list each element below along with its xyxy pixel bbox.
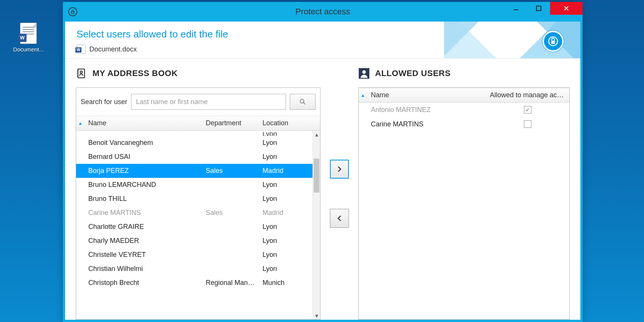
cell-location: Lyon <box>259 262 320 276</box>
client-area: Select users allowed to edit the file Do… <box>65 22 580 320</box>
scroll-thumb[interactable] <box>314 159 319 193</box>
column-name[interactable]: Name <box>84 116 202 130</box>
app-lock-icon <box>68 7 77 16</box>
column-department[interactable]: Department <box>202 116 259 130</box>
cell-department <box>202 252 259 258</box>
address-book-scrollbar[interactable]: ▴ ▾ <box>313 131 320 319</box>
protect-access-window: Protect access Select users allowed to e… <box>63 2 583 322</box>
address-book-header-row[interactable]: ▲ Name Department Location <box>76 116 320 131</box>
sort-indicator-icon[interactable]: ▲ <box>76 121 84 126</box>
cell-department: Sales <box>202 164 259 178</box>
table-row[interactable]: Christelle VEYRETLyon <box>76 248 320 262</box>
desktop-file-icon[interactable]: W Document... <box>11 23 45 53</box>
allowed-users-title: ALLOWED USERS <box>375 68 451 78</box>
table-row[interactable]: Lyon <box>76 131 320 136</box>
word-file-icon <box>77 45 86 54</box>
svg-point-11 <box>80 71 83 73</box>
add-user-button[interactable] <box>330 160 349 179</box>
cell-name: Antonio MARTINEZ <box>367 103 486 117</box>
cell-location: Lyon <box>259 178 320 192</box>
address-book-box: Search for user ▲ Name Department Locati… <box>76 87 320 320</box>
cell-location: Lyon <box>259 150 320 164</box>
shield-lock-icon <box>542 31 564 52</box>
cell-department <box>202 140 259 146</box>
table-row[interactable]: Carine MARTINSSalesMadrid <box>76 206 320 220</box>
cell-name: Bruno LEMARCHAND <box>84 178 202 192</box>
svg-point-12 <box>300 99 304 103</box>
manage-access-checkbox[interactable] <box>524 120 531 128</box>
cell-name: Charly MAEDER <box>84 234 202 248</box>
table-row[interactable]: Bruno LEMARCHANDLyon <box>76 178 320 192</box>
column-allow[interactable]: Allowed to manage access <box>486 88 569 102</box>
column-location[interactable]: Location <box>259 116 320 130</box>
cell-location: Lyon <box>259 132 320 136</box>
svg-rect-1 <box>514 9 518 10</box>
table-row[interactable]: Carine MARTINS <box>359 117 569 131</box>
svg-rect-6 <box>551 41 555 44</box>
cell-department <box>202 238 259 244</box>
cell-location: Lyon <box>259 248 320 262</box>
cell-name: Christoph Brecht <box>84 276 202 290</box>
cell-name: Benoit Vancaneghem <box>84 136 202 150</box>
table-row[interactable]: Christian WilhelmiLyon <box>76 262 320 276</box>
cell-department <box>202 224 259 230</box>
address-book-title: MY ADDRESS BOOK <box>92 68 178 78</box>
table-row[interactable]: Benoit VancaneghemLyon <box>76 136 320 150</box>
table-row[interactable]: Bruno THILLLyon <box>76 192 320 206</box>
svg-line-13 <box>303 103 305 104</box>
search-button[interactable] <box>290 94 316 110</box>
scroll-down-button[interactable]: ▾ <box>313 312 320 319</box>
svg-rect-2 <box>536 6 541 11</box>
dialog-heading: Select users allowed to edit the file <box>77 28 569 40</box>
table-row[interactable]: Christoph BrechtRegional Mana...Munich <box>76 276 320 290</box>
svg-rect-0 <box>72 12 74 14</box>
cell-department <box>202 182 259 188</box>
search-label: Search for user <box>81 98 127 106</box>
cell-name: Christelle VEYRET <box>84 248 202 262</box>
table-row[interactable]: Bernard USAILyon <box>76 150 320 164</box>
allowed-users-box: ▲ Name Allowed to manage access Antonio … <box>358 87 570 320</box>
table-row[interactable]: Charlotte GRAIRELyon <box>76 220 320 234</box>
cell-location: Madrid <box>259 206 320 220</box>
cell-location: Madrid <box>259 164 320 178</box>
svg-point-15 <box>362 70 366 74</box>
close-button[interactable] <box>550 2 583 15</box>
address-book-panel: MY ADDRESS BOOK Search for user ▲ Name <box>76 68 320 320</box>
allowed-header-row[interactable]: ▲ Name Allowed to manage access <box>359 88 569 103</box>
table-row[interactable]: Charly MAEDERLyon <box>76 234 320 248</box>
cell-name: Christian Wilhelmi <box>84 262 202 276</box>
titlebar[interactable]: Protect access <box>63 2 583 22</box>
manage-access-checkbox[interactable]: ✓ <box>524 106 531 114</box>
cell-name: Bernard USAI <box>84 150 202 164</box>
cell-department <box>202 154 259 160</box>
address-book-icon <box>76 68 87 79</box>
remove-user-button[interactable] <box>330 209 349 228</box>
table-row[interactable]: Antonio MARTINEZ✓ <box>359 103 569 117</box>
cell-location: Lyon <box>259 136 320 150</box>
cell-location: Lyon <box>259 192 320 206</box>
cell-department <box>202 196 259 202</box>
maximize-button[interactable] <box>527 2 550 15</box>
cell-location: Lyon <box>259 234 320 248</box>
target-file-name: Document.docx <box>89 45 137 53</box>
scroll-up-button[interactable]: ▴ <box>313 131 320 138</box>
cell-name: Borja PEREZ <box>84 164 202 178</box>
cell-name: Carine MARTINS <box>367 117 486 131</box>
cell-department: Regional Mana... <box>202 276 259 290</box>
column-name[interactable]: Name <box>367 88 486 102</box>
search-input[interactable] <box>131 94 286 110</box>
sort-indicator-icon[interactable]: ▲ <box>359 93 367 98</box>
cell-name: Bruno THILL <box>84 192 202 206</box>
table-row[interactable]: Borja PEREZSalesMadrid <box>76 164 320 178</box>
cell-name: Charlotte GRAIRE <box>84 220 202 234</box>
minimize-button[interactable] <box>505 2 527 15</box>
desktop-file-label: Document... <box>11 46 45 53</box>
allowed-users-panel: ALLOWED USERS ▲ Name Allowed to manage a… <box>358 68 570 320</box>
cell-name: Carine MARTINS <box>84 206 202 220</box>
transfer-buttons <box>328 68 351 320</box>
dialog-header: Select users allowed to edit the file Do… <box>65 22 580 59</box>
cell-department: Sales <box>202 206 259 220</box>
cell-location: Munich <box>259 276 320 290</box>
cell-department <box>202 266 259 272</box>
target-file-row: Document.docx <box>77 45 569 54</box>
